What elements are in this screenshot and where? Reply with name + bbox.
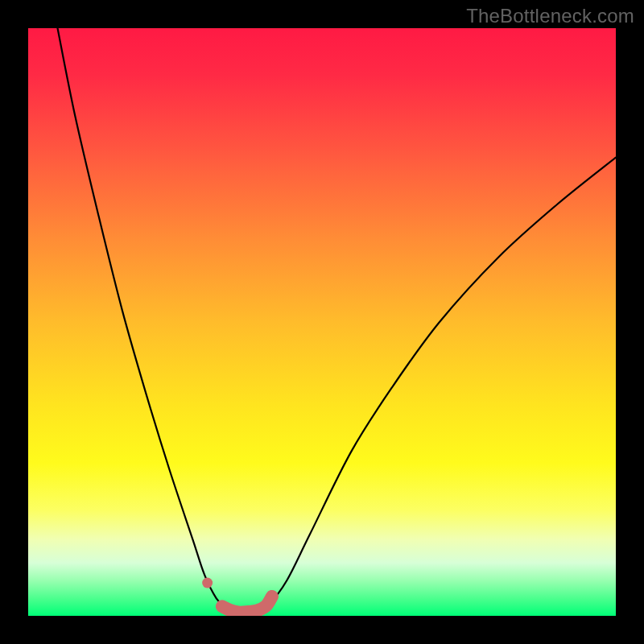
highlight-lone-marker [202, 578, 213, 588]
highlight-markers [222, 597, 272, 613]
curve-layer [28, 28, 616, 616]
highlight-band-path [222, 597, 272, 613]
chart-frame: TheBottleneck.com [0, 0, 644, 644]
plot-area [28, 28, 616, 616]
watermark-text: TheBottleneck.com [466, 5, 634, 27]
bottleneck-curve [58, 28, 617, 613]
